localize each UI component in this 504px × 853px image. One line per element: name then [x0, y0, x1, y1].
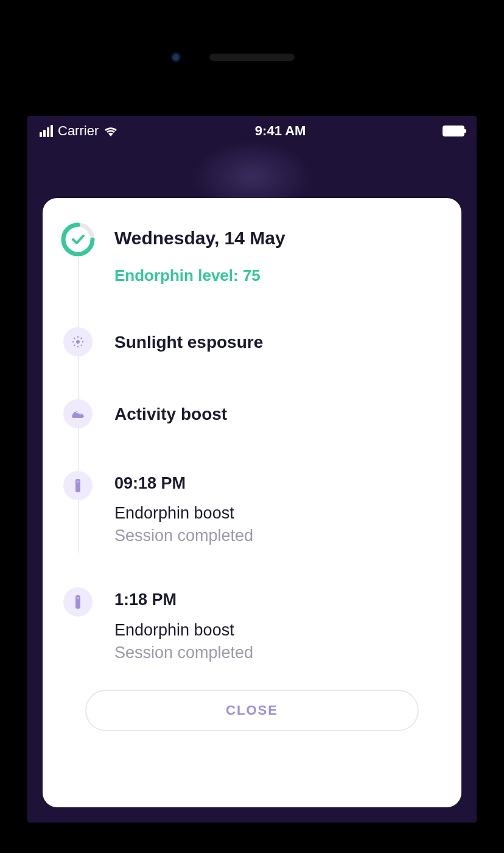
check-progress-icon — [61, 222, 95, 257]
device-icon — [61, 585, 95, 619]
phone-speaker — [209, 54, 295, 61]
signal-icon — [40, 125, 53, 137]
session-content: 1:18 PM Endorphin boost Session complete… — [114, 585, 443, 662]
phone-screen: Carrier 9:41 AM — [27, 116, 477, 823]
svg-point-9 — [74, 345, 75, 346]
timeline-header: Wednesday, 14 May Endorphin level: 75 — [61, 222, 443, 285]
session-time: 1:18 PM — [114, 590, 443, 609]
close-button[interactable]: CLOSE — [85, 690, 419, 731]
battery-icon — [443, 126, 464, 136]
svg-point-8 — [81, 338, 82, 339]
date-title: Wednesday, 14 May — [114, 227, 443, 249]
status-left: Carrier — [40, 123, 118, 139]
phone-inner: Carrier 9:41 AM — [12, 12, 492, 841]
session-status: Session completed — [114, 643, 443, 662]
svg-point-6 — [82, 341, 83, 342]
svg-point-4 — [77, 346, 79, 347]
timeline-session-2[interactable]: 1:18 PM Endorphin boost Session complete… — [61, 585, 443, 662]
sun-icon — [61, 325, 95, 359]
svg-point-5 — [72, 341, 74, 342]
phone-frame: Carrier 9:41 AM — [0, 0, 504, 853]
timeline-item-activity[interactable]: Activity boost — [61, 397, 443, 431]
detail-modal: Wednesday, 14 May Endorphin level: 75 — [43, 198, 461, 807]
session-content: 09:18 PM Endorphin boost Session complet… — [114, 469, 443, 545]
timeline-item-sunlight[interactable]: Sunlight esposure — [61, 325, 443, 359]
item-title: Sunlight esposure — [114, 332, 443, 353]
item-content: Activity boost — [114, 397, 443, 425]
session-title: Endorphin boost — [114, 504, 443, 523]
item-title: Activity boost — [114, 404, 443, 425]
timeline: Wednesday, 14 May Endorphin level: 75 — [61, 222, 443, 662]
wifi-icon — [103, 126, 118, 136]
svg-point-10 — [81, 345, 82, 346]
phone-camera — [170, 52, 181, 63]
session-time: 09:18 PM — [114, 473, 443, 493]
timeline-session-1[interactable]: 09:18 PM Endorphin boost Session complet… — [61, 469, 443, 545]
carrier-label: Carrier — [58, 123, 99, 139]
svg-point-3 — [77, 336, 79, 338]
endorphin-level: Endorphin level: 75 — [114, 266, 443, 285]
device-icon — [61, 469, 95, 503]
session-status: Session completed — [114, 526, 443, 545]
svg-point-2 — [76, 340, 80, 344]
status-time: 9:41 AM — [255, 123, 306, 139]
shoe-icon — [61, 397, 95, 431]
item-content: Sunlight esposure — [114, 325, 443, 353]
svg-point-7 — [74, 338, 75, 339]
header-content: Wednesday, 14 May Endorphin level: 75 — [114, 222, 443, 285]
session-title: Endorphin boost — [114, 621, 443, 640]
svg-rect-14 — [77, 597, 79, 599]
svg-rect-12 — [77, 481, 79, 483]
